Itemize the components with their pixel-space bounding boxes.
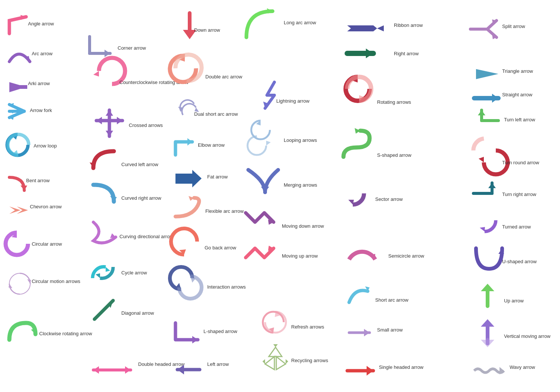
double-arc-arrow-label: Double arc arrow [205, 74, 243, 80]
lightning-arrow-label: Lightning arrow [276, 98, 309, 104]
looping-arrows [248, 121, 271, 155]
svg-marker-22 [105, 50, 110, 57]
svg-marker-29 [106, 131, 113, 136]
straight-arrow-label: Straight arrow [502, 92, 533, 97]
curving-directional-arrow-label: Curving directional arrow [119, 234, 173, 239]
svg-marker-25 [117, 117, 122, 124]
merging-arrows-label: Merging arrows [284, 182, 317, 188]
right-arrow [347, 49, 373, 58]
vertical-moving-arrow [481, 319, 494, 347]
l-shaped-arrow-label: L-shaped arrow [203, 329, 237, 334]
double-arc-arrow [170, 55, 202, 82]
svg-marker-38 [93, 366, 99, 374]
angle-arrow-label: Angle arrow [28, 21, 54, 27]
merging-arrows [248, 170, 278, 192]
fat-arrow [175, 170, 202, 187]
svg-marker-26 [96, 117, 102, 124]
turn-right-arrow [473, 183, 496, 193]
circular-arrow-label: Circular arrow [32, 241, 62, 247]
down-arrow-label: Down arrow [194, 27, 220, 33]
moving-down-arrow [246, 213, 274, 225]
svg-marker-99 [481, 319, 494, 327]
curved-right-arrow [93, 185, 117, 202]
turn-round-arrow [473, 139, 508, 174]
refresh-arrows-label: Refresh arrows [291, 324, 324, 330]
short-arc-arrow-label: Short arc arrow [375, 297, 408, 303]
sector-arrow-label: Sector arrow [375, 196, 403, 202]
svg-marker-89 [478, 110, 485, 115]
fat-arrow-label: Fat arrow [207, 174, 228, 180]
svg-marker-78 [367, 366, 373, 376]
curving-directional-arrow [93, 222, 116, 243]
svg-marker-51 [192, 336, 198, 343]
curved-left-arrow [90, 151, 114, 168]
arrow-loop-label: Arrow loop [34, 143, 57, 149]
cycle-arrow [93, 267, 113, 279]
looping-arrows-label: Looping arrows [284, 137, 317, 143]
circular-motion-arrows-label: Circular motion arrows [32, 279, 81, 284]
svg-marker-68 [366, 49, 373, 58]
svg-marker-97 [481, 284, 494, 291]
wavy-arrow [474, 367, 504, 374]
svg-marker-23 [93, 71, 99, 77]
svg-marker-76 [364, 329, 370, 336]
svg-line-81 [487, 29, 497, 37]
svg-marker-93 [488, 183, 496, 188]
circular-motion-arrows [9, 273, 31, 294]
svg-rect-3 [16, 85, 27, 89]
turned-arrow-label: Turned arrow [502, 224, 531, 230]
single-headed-arrow-label: Single headed arrow [379, 364, 424, 370]
cycle-arrow-label: Cycle arrow [121, 270, 147, 276]
arc-arrow [9, 54, 30, 62]
arki-arrow [9, 82, 27, 92]
svg-marker-34 [106, 267, 110, 272]
dual-short-arc-arrow-label: Dual short arc arrow [194, 111, 238, 117]
corner-arrow-label: Corner arrow [118, 45, 146, 51]
moving-up-arrow-label: Moving up arrow [282, 253, 318, 259]
corner-arrow [90, 37, 110, 57]
u-shaped-arrow-label: U-shaped arrow [502, 259, 537, 264]
svg-marker-94 [480, 227, 485, 231]
clockwise-rotating-arrow-label: Clockwise rotating arrow [39, 331, 92, 336]
turned-arrow [480, 220, 496, 231]
svg-marker-45 [187, 138, 192, 146]
svg-marker-66 [377, 25, 384, 31]
turn-right-arrow-label: Turn right arrow [502, 192, 536, 197]
up-arrow [481, 284, 494, 306]
rotating-arrows-label: Rotating arrows [377, 99, 411, 105]
left-arrow-label: Left arrow [207, 361, 229, 367]
moving-down-arrow-label: Moving down arrow [282, 223, 324, 229]
ribbon-arrow [347, 25, 384, 31]
semicircle-arrow [349, 252, 375, 259]
straight-arrow [474, 94, 498, 103]
arrow-loop [7, 134, 29, 155]
turn-left-arrow [478, 110, 498, 121]
ribbon-arrow-label: Ribbon arrow [394, 22, 423, 28]
arrow-fork [9, 103, 24, 120]
s-shaped-arrow-label: S-shaped arrow [377, 152, 411, 158]
clockwise-rotating-arrow [9, 323, 36, 340]
bent-arrow-label: Bent arrow [26, 178, 50, 183]
svg-marker-12 [21, 186, 27, 190]
svg-marker-63 [273, 344, 278, 347]
u-shaped-arrow [476, 248, 504, 269]
svg-marker-58 [261, 187, 269, 192]
arki-arrow-label: Arki arrow [28, 81, 50, 86]
svg-marker-33 [96, 273, 100, 278]
s-shaped-arrow [343, 128, 370, 157]
recycling-arrows [262, 344, 288, 370]
svg-line-80 [487, 21, 497, 29]
refresh-arrows [263, 312, 286, 333]
turn-round-arrow-label: Turn round arrow [502, 160, 539, 165]
arc-arrow-label: Arc arrow [32, 51, 53, 56]
down-arrow [183, 13, 196, 39]
svg-marker-64 [262, 359, 265, 364]
interaction-arrows [170, 267, 202, 299]
semicircle-arrow-label: Semicircle arrow [388, 253, 424, 259]
arrow-fork-label: Arrow fork [30, 108, 52, 113]
triangle-arrow-label: Triangle arrow [502, 68, 533, 74]
elbow-arrow [175, 138, 192, 155]
diagonal-arrow [94, 301, 113, 319]
interaction-arrows-label: Interaction arrows [207, 284, 246, 290]
short-arc-arrow [349, 286, 370, 302]
